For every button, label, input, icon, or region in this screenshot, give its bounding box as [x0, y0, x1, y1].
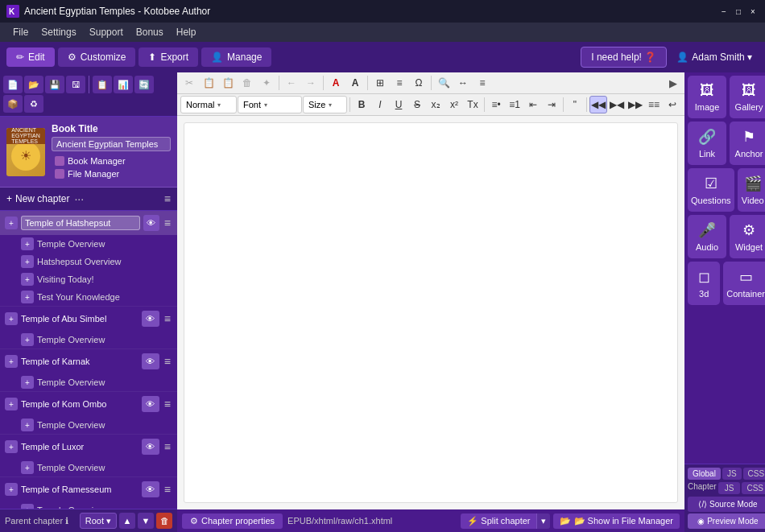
gallery-button[interactable]: 🖼 Gallery	[730, 76, 765, 118]
indent-button[interactable]: ⇥	[543, 96, 560, 113]
sub-expand-button[interactable]: +	[21, 237, 34, 250]
chapter-css-tab[interactable]: CSS	[742, 482, 765, 494]
size-select[interactable]: Size ▾	[303, 96, 347, 113]
sub-expand-button[interactable]: +	[21, 255, 34, 268]
chapter-row[interactable]: + Temple of Abu Simbel 👁 ≡	[0, 307, 177, 331]
chapter-visibility-button[interactable]: 👁	[142, 396, 159, 412]
outdent-button[interactable]: ⇤	[524, 96, 542, 113]
sub-expand-button[interactable]: +	[21, 291, 34, 303]
toolbar-expand-button[interactable]: ▶	[665, 74, 681, 92]
sub-expand-button[interactable]: +	[21, 419, 34, 431]
rtl-button[interactable]: ↩	[664, 96, 681, 113]
chapter-properties-button[interactable]: ⚙ Chapter properties	[182, 513, 283, 529]
strikethrough-button[interactable]: S	[408, 96, 426, 113]
edit-button[interactable]: ✏ Edit	[6, 47, 55, 67]
fullscreen-button[interactable]: ≡	[473, 74, 491, 92]
replace-button[interactable]: ↔	[454, 74, 472, 92]
special-paste-button[interactable]: ✦	[258, 74, 275, 92]
chapter-expand-button[interactable]: +	[5, 312, 18, 325]
link-button[interactable]: 🔗 Link	[688, 122, 726, 165]
more-options-button[interactable]: ···	[74, 192, 84, 205]
chapter-visibility-button[interactable]: 👁	[142, 439, 159, 455]
source-mode-button[interactable]: ⟨/⟩ Source Mode	[688, 497, 765, 512]
chapter-visibility-button[interactable]: 👁	[143, 215, 159, 231]
chapter-row[interactable]: + Temple of Luxor 👁 ≡	[0, 435, 177, 459]
text-bg-button[interactable]: A	[346, 74, 364, 92]
sub-expand-button[interactable]: +	[21, 376, 34, 389]
list-unordered-button[interactable]: ≡•	[487, 96, 505, 113]
maximize-button[interactable]: □	[733, 6, 744, 17]
refresh-button[interactable]: 🔄	[134, 76, 154, 93]
sub-expand-button[interactable]: +	[21, 461, 34, 474]
chapter-options-button[interactable]: ≡	[163, 398, 172, 410]
root-select[interactable]: Root ▾	[80, 513, 117, 529]
menu-file[interactable]: File	[6, 25, 35, 39]
copy-editor-button[interactable]: 📋	[200, 74, 217, 92]
sub-chapter-row[interactable]: + Visiting Today!	[16, 270, 177, 288]
chapter-row[interactable]: + Temple of Ramesseum 👁 ≡	[0, 477, 177, 501]
split-chapter-button[interactable]: ⚡ Split chapter	[461, 513, 536, 529]
anchor-button[interactable]: ⚑ Anchor	[730, 122, 765, 165]
book-manager-item[interactable]: Book Manager	[52, 155, 171, 167]
chapter-expand-button[interactable]: +	[5, 398, 18, 410]
menu-support[interactable]: Support	[83, 25, 130, 39]
chapter-options-button[interactable]: ≡	[163, 217, 172, 229]
style-select[interactable]: Normal ▾	[180, 96, 237, 113]
container-button[interactable]: ▭ Container	[723, 262, 765, 305]
chapter-expand-button[interactable]: +	[5, 355, 18, 368]
align-right-button[interactable]: ▶▶	[626, 96, 644, 113]
threed-button[interactable]: ◻ 3d	[688, 262, 720, 305]
show-file-manager-button[interactable]: 📂 📂 Show in File Manager	[553, 513, 680, 529]
align-justify-button[interactable]: ≡≡	[645, 96, 663, 113]
bold-button[interactable]: B	[353, 96, 370, 113]
save-button[interactable]: 💾	[45, 76, 64, 93]
file-manager-item[interactable]: File Manager	[52, 167, 171, 180]
delete-chapter-button[interactable]: 🗑	[156, 513, 172, 529]
close-button[interactable]: ×	[747, 6, 759, 17]
blockquote-button[interactable]: "	[566, 96, 584, 113]
special-chars-button[interactable]: Ω	[410, 74, 428, 92]
underline-button[interactable]: U	[390, 96, 407, 113]
audio-button[interactable]: 🎤 Audio	[688, 215, 726, 258]
video-button[interactable]: 🎬 Video	[738, 168, 765, 212]
sub-chapter-row[interactable]: + Temple Overview	[16, 331, 177, 348]
chapter-options-button[interactable]: ≡	[163, 440, 172, 453]
chapter-row[interactable]: + 👁 ≡	[0, 211, 177, 235]
italic-button[interactable]: I	[371, 96, 389, 113]
sub-chapter-row[interactable]: + Hatshepsut Overview	[16, 253, 177, 270]
move-up-button[interactable]: ▲	[119, 513, 135, 529]
align-center-button[interactable]: ▶◀	[608, 96, 626, 113]
text-color-button[interactable]: A	[327, 74, 345, 92]
questions-button[interactable]: ☑ Questions	[688, 168, 734, 212]
sub-chapter-row[interactable]: + Temple Overview	[16, 459, 177, 476]
editor-content[interactable]	[184, 122, 678, 503]
paste-editor-button[interactable]: 📋	[219, 74, 237, 92]
superscript-button[interactable]: x²	[445, 96, 463, 113]
sub-chapter-row[interactable]: + Temple Overview	[16, 373, 177, 391]
undo-button[interactable]: ←	[283, 74, 300, 92]
user-button[interactable]: 👤 Adam Smith ▾	[670, 47, 759, 67]
cut-button[interactable]: ✂	[180, 74, 198, 92]
preview-mode-button[interactable]: ◉ Preview Mode	[688, 513, 765, 529]
sub-chapter-row[interactable]: + Temple Overview	[16, 235, 177, 253]
delete-button[interactable]: 🗑	[238, 74, 256, 92]
undo-sidebar-button[interactable]: ♻	[24, 95, 43, 113]
js-tab[interactable]: JS	[722, 468, 742, 480]
list-view-button[interactable]: ≡	[164, 192, 171, 205]
list-ordered-button[interactable]: ≡1	[506, 96, 523, 113]
chapter-expand-button[interactable]: +	[5, 217, 18, 229]
book-subtitle-input[interactable]	[52, 137, 171, 151]
save-as-button[interactable]: 🖫	[66, 76, 85, 93]
paste-button[interactable]: 📊	[114, 76, 133, 93]
chapter-name-input[interactable]	[21, 216, 140, 230]
font-select[interactable]: Font ▾	[238, 96, 302, 113]
sub-chapter-row[interactable]: + Temple Overview	[16, 416, 177, 434]
chapter-expand-button[interactable]: +	[5, 483, 18, 496]
chapter-options-button[interactable]: ≡	[163, 483, 172, 496]
customize-button[interactable]: ⚙ Customize	[58, 47, 136, 67]
sub-expand-button[interactable]: +	[21, 273, 34, 286]
copy-button[interactable]: 📋	[93, 76, 112, 93]
align-left-button[interactable]: ◀◀	[589, 96, 607, 113]
menu-bonus[interactable]: Bonus	[130, 25, 170, 39]
menu-settings[interactable]: Settings	[35, 25, 82, 39]
